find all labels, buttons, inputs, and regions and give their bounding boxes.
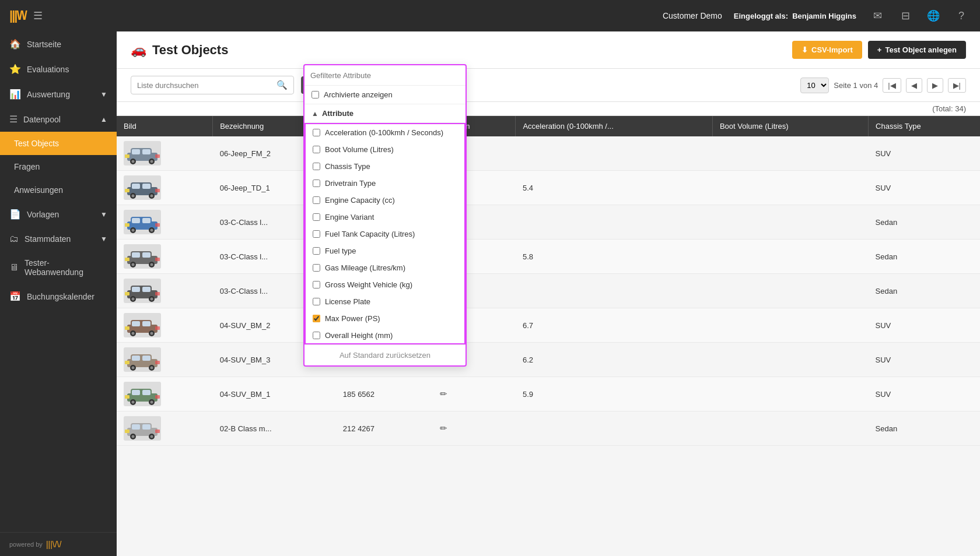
logout-icon[interactable]: ⊟: [896, 6, 915, 25]
tester-icon: 🖥: [9, 262, 19, 273]
sidebar-item-datenpool[interactable]: ☰ Datenpool ▲: [0, 107, 117, 132]
globe-icon[interactable]: 🌐: [924, 6, 943, 25]
dropdown-item-engine-variant[interactable]: Engine Variant: [306, 209, 464, 226]
checkbox-fuel-type[interactable]: [313, 247, 320, 255]
table-row: 04-SUV_BM_3 185 6268 ✏ 6.2 SUV: [117, 343, 980, 377]
cell-image-6: [117, 343, 213, 377]
pagination: 10 25 50 Seite 1 von 4 |◀ ◀ ▶ ▶|: [800, 78, 966, 93]
sidebar-item-fragen[interactable]: Fragen: [0, 155, 117, 178]
checkbox-gross-weight[interactable]: [313, 281, 320, 288]
car-thumbnail-2: [124, 210, 161, 234]
vorlagen-chevron: ▼: [100, 210, 107, 219]
car-thumbnail-8: [124, 416, 161, 441]
sidebar-item-anweisungen[interactable]: Anweisungen: [0, 178, 117, 202]
dropdown-reset-button[interactable]: Auf Standard zurücksetzen: [304, 344, 466, 365]
dropdown-item-overall-height[interactable]: Overall Height (mm): [306, 327, 464, 344]
user-name: Benjamin Higgins: [792, 12, 856, 20]
dropdown-item-license-plate[interactable]: License Plate: [306, 293, 464, 310]
sidebar-item-auswertung[interactable]: 📊 Auswertung ▼: [0, 82, 117, 107]
sidebar-item-test-objects[interactable]: Test Objects: [0, 132, 117, 155]
edit-button-8[interactable]: ✏: [440, 423, 447, 434]
cell-aktionen-7: ✏: [433, 377, 515, 411]
table-row: 04-SUV_BM_1 185 6562 ✏ 5.9 SUV: [117, 377, 980, 411]
item-label-acceleration: Acceleration (0-100kmh / Seconds): [325, 128, 443, 137]
dropdown-item-max-power[interactable]: Max Power (PS): [306, 310, 464, 327]
email-icon[interactable]: ✉: [868, 6, 887, 25]
cell-boot-volume-8: [712, 411, 868, 446]
svg-rect-88: [125, 430, 130, 433]
checkbox-engine-variant[interactable]: [313, 213, 320, 221]
checkbox-overall-height[interactable]: [313, 332, 320, 339]
logo-icon: |||\/\/: [9, 8, 26, 23]
sidebar-item-vorlagen[interactable]: 📄 Vorlagen ▼: [0, 202, 117, 227]
checkbox-boot-volume[interactable]: [313, 146, 320, 153]
svg-rect-42: [132, 287, 140, 292]
svg-rect-22: [132, 218, 140, 223]
checkbox-gas-mileage[interactable]: [313, 264, 320, 272]
svg-point-7: [150, 160, 153, 163]
sidebar-item-startseite[interactable]: 🏠 Startseite: [0, 31, 117, 57]
last-page-button[interactable]: ▶|: [948, 78, 966, 93]
next-page-button[interactable]: ▶: [927, 78, 943, 93]
item-label-overall-height: Overall Height (mm): [325, 331, 393, 340]
customer-demo-label: Customer Demo: [663, 11, 722, 20]
sidebar-item-buchungskalender[interactable]: 📅 Buchungskalender: [0, 284, 117, 309]
cell-chassis-8: Sedan: [869, 411, 980, 446]
dropdown-item-gross-weight[interactable]: Gross Weight Vehicle (kg): [306, 276, 464, 293]
svg-rect-63: [142, 356, 150, 361]
car-thumbnail-1: [124, 175, 161, 200]
archive-checkbox[interactable]: [312, 91, 319, 98]
add-test-object-button[interactable]: + Test Object anlegen: [868, 41, 966, 59]
dropdown-item-drivetrain-type[interactable]: Drivetrain Type: [306, 175, 464, 192]
page-size-select[interactable]: 10 25 50: [800, 78, 829, 93]
page-title: Test Objects: [152, 43, 228, 58]
cell-image-4: [117, 274, 213, 308]
reset-label: Auf Standard zurücksetzen: [340, 351, 430, 360]
dropdown-item-chassis-type[interactable]: Chassis Type: [306, 158, 464, 175]
table-row: 03-C-Class l... 154 6566 ✏ 5.8 Sedan: [117, 240, 980, 274]
svg-point-27: [150, 229, 153, 232]
dropdown-item-engine-capacity[interactable]: Engine Capacity (cc): [306, 192, 464, 209]
sidebar-item-tester-webanwendung[interactable]: 🖥 Tester-Webanwendung: [0, 251, 117, 284]
svg-rect-19: [155, 189, 160, 192]
chart-icon: 📊: [9, 89, 21, 100]
svg-rect-43: [142, 287, 150, 292]
svg-point-77: [150, 401, 153, 404]
checkbox-drivetrain-type[interactable]: [313, 180, 320, 187]
total-badge: (Total: 34): [117, 102, 980, 116]
dropdown-item-acceleration[interactable]: Acceleration (0-100kmh / Seconds): [306, 124, 464, 141]
item-label-fuel-tank-capacity: Fuel Tank Capacity (Litres): [325, 230, 415, 238]
sidebar-item-evaluations[interactable]: ⭐ Evaluations: [0, 57, 117, 82]
checkbox-license-plate[interactable]: [313, 298, 320, 305]
dropdown-item-gas-mileage[interactable]: Gas Mileage (Litres/km): [306, 259, 464, 276]
cell-chassis-5: SUV: [869, 308, 980, 343]
col-boot-volume: Boot Volume (Litres): [712, 116, 868, 136]
col-acceleration: Acceleration (0-100kmh /...: [516, 116, 712, 136]
checkbox-chassis-type[interactable]: [313, 163, 320, 170]
content-area: 🚗 Test Objects ⬇ CSV-Import + Test Objec…: [117, 31, 980, 556]
checkbox-max-power[interactable]: [313, 315, 320, 322]
cell-chassis-4: Sedan: [869, 274, 980, 308]
checkbox-acceleration[interactable]: [313, 129, 320, 136]
checkbox-fuel-tank-capacity[interactable]: [313, 230, 320, 238]
dropdown-search-input[interactable]: [310, 71, 460, 80]
search-input[interactable]: [137, 81, 272, 90]
item-label-gross-weight: Gross Weight Vehicle (kg): [325, 280, 412, 289]
page-title-area: 🚗 Test Objects: [131, 43, 228, 58]
sidebar-item-stammdaten[interactable]: 🗂 Stammdaten ▼: [0, 227, 117, 251]
csv-import-button[interactable]: ⬇ CSV-Import: [792, 41, 862, 59]
hamburger-icon[interactable]: ☰: [33, 9, 43, 22]
cell-schluessel-8: 212 4267: [336, 411, 433, 446]
dropdown-item-boot-volume[interactable]: Boot Volume (Litres): [306, 141, 464, 158]
first-page-button[interactable]: |◀: [883, 78, 901, 93]
help-icon[interactable]: ?: [952, 6, 971, 25]
edit-button-7[interactable]: ✏: [440, 389, 447, 399]
dropdown-section-header[interactable]: ▲ Attribute: [304, 104, 466, 123]
dropdown-item-fuel-tank-capacity[interactable]: Fuel Tank Capacity (Litres): [306, 226, 464, 242]
svg-point-67: [150, 367, 153, 370]
car-thumbnail-7: [124, 382, 161, 406]
checkbox-engine-capacity[interactable]: [313, 196, 320, 204]
prev-page-button[interactable]: ◀: [906, 78, 922, 93]
col-bild: Bild: [117, 116, 213, 136]
dropdown-item-fuel-type[interactable]: Fuel type: [306, 242, 464, 259]
